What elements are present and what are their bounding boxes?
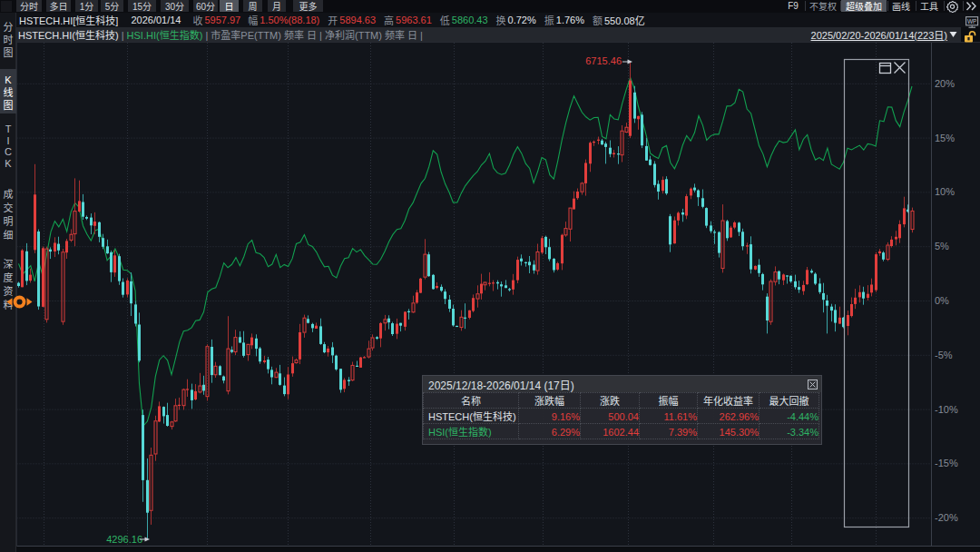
svg-text:-5%: -5%: [935, 350, 953, 360]
svg-text:-15%: -15%: [935, 458, 958, 468]
svg-text:15%: 15%: [935, 133, 955, 143]
svg-text:-10%: -10%: [935, 404, 958, 415]
svg-text:5%: 5%: [935, 241, 949, 251]
svg-text:0%: 0%: [935, 295, 949, 306]
svg-text:6715.46: 6715.46: [585, 55, 622, 66]
svg-text:20%: 20%: [935, 78, 955, 89]
svg-text:4296.16: 4296.16: [106, 534, 142, 545]
svg-text:-20%: -20%: [935, 512, 958, 523]
svg-text:WP: WP: [967, 18, 976, 25]
svg-text:10%: 10%: [935, 186, 955, 197]
